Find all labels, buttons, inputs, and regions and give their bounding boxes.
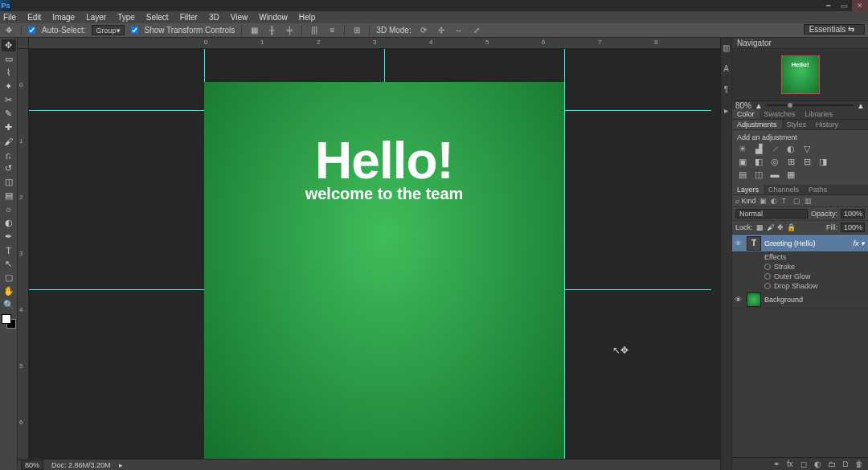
color-tab[interactable]: Color: [732, 109, 760, 119]
menu-filter[interactable]: Filter: [180, 13, 198, 22]
bw-icon[interactable]: ◧: [753, 156, 764, 167]
menu-select[interactable]: Select: [146, 13, 169, 22]
filter-pixel-icon[interactable]: ▣: [760, 197, 768, 205]
distribute-icon[interactable]: |||: [309, 25, 320, 36]
minimize-button[interactable]: ━: [820, 0, 836, 11]
libraries-tab[interactable]: Libraries: [800, 109, 838, 119]
ruler-horizontal[interactable]: 0 1 2 3 4 5 6 7 8: [29, 38, 720, 49]
layer-filter-kind[interactable]: ⌕ Kind: [735, 197, 756, 205]
swatches-tab[interactable]: Swatches: [760, 109, 800, 119]
foreground-color-swatch[interactable]: [2, 314, 11, 324]
delete-layer-icon[interactable]: 🗑: [855, 460, 865, 469]
channelmixer-icon[interactable]: ⊞: [785, 156, 796, 167]
effect-outer-glow[interactable]: Outer Glow: [732, 272, 868, 281]
type-tool[interactable]: T: [2, 244, 16, 256]
colorlookup-icon[interactable]: ⊟: [801, 156, 813, 167]
paths-tab[interactable]: Paths: [804, 185, 832, 194]
eyedropper-tool[interactable]: ✎: [2, 108, 16, 120]
navigator-panel[interactable]: Hello!: [732, 49, 868, 100]
shape-tool[interactable]: ▢: [2, 272, 16, 284]
hue-icon[interactable]: ▣: [737, 156, 748, 167]
filter-shape-icon[interactable]: ▢: [793, 197, 801, 205]
pen-tool[interactable]: ✒: [2, 231, 16, 243]
link-layers-icon[interactable]: ⚭: [773, 460, 783, 469]
histogram-icon[interactable]: ▥: [722, 43, 731, 52]
color-swatch[interactable]: [2, 314, 16, 329]
menu-3d[interactable]: 3D: [209, 13, 219, 22]
workspace-switcher[interactable]: Essentials ⇆: [804, 24, 865, 35]
align-icon[interactable]: ▦: [248, 25, 260, 36]
lock-trans-icon[interactable]: ▦: [756, 223, 764, 231]
ruler-vertical[interactable]: 0 1 2 3 4 5 6: [18, 49, 29, 459]
arrange-icon[interactable]: ⊞: [351, 25, 362, 36]
new-group-icon[interactable]: 🗀: [828, 460, 837, 469]
gradientmap-icon[interactable]: ▬: [769, 169, 780, 180]
blend-mode-dropdown[interactable]: Normal: [735, 209, 808, 219]
threshold-icon[interactable]: ◫: [753, 169, 764, 180]
new-adjustment-icon[interactable]: ◐: [814, 460, 824, 469]
path-tool[interactable]: ↖: [2, 258, 16, 270]
blur-tool[interactable]: ○: [2, 203, 16, 215]
menu-image[interactable]: Image: [52, 13, 75, 22]
visibility-toggle[interactable]: 👁: [732, 239, 743, 247]
actions-icon[interactable]: ▸: [722, 105, 731, 115]
curves-icon[interactable]: ⟋: [769, 143, 780, 154]
lock-all-icon[interactable]: 🔒: [787, 223, 796, 231]
levels-icon[interactable]: ▟: [753, 143, 764, 154]
heal-tool[interactable]: ✚: [2, 121, 16, 133]
crop-tool[interactable]: ✂: [2, 94, 16, 106]
filter-adjust-icon[interactable]: ◐: [771, 197, 779, 205]
zoom-out-icon[interactable]: ▲: [755, 101, 763, 110]
zoom-tool[interactable]: 🔍: [2, 299, 16, 311]
auto-select-checkbox[interactable]: [28, 27, 35, 34]
layer-name[interactable]: Background: [764, 296, 868, 304]
layer-name[interactable]: Greeting (Hello): [764, 239, 853, 247]
menu-type[interactable]: Type: [117, 13, 135, 22]
history-brush-tool[interactable]: ↺: [2, 162, 16, 174]
channels-tab[interactable]: Channels: [764, 185, 804, 194]
eraser-tool[interactable]: ◫: [2, 176, 16, 188]
menu-view[interactable]: View: [231, 13, 248, 22]
invert-icon[interactable]: ◨: [817, 156, 829, 167]
3d-slide-icon[interactable]: ↔: [453, 25, 465, 36]
navigator-thumbnail[interactable]: Hello!: [781, 55, 820, 94]
layer-style-icon[interactable]: fx: [787, 460, 796, 469]
distribute-icon-2[interactable]: ≡: [326, 25, 338, 36]
hand-tool[interactable]: ✋: [2, 285, 16, 297]
posterize-icon[interactable]: ▤: [737, 169, 748, 180]
navigator-panel-title[interactable]: Navigator: [732, 38, 868, 49]
layer-row-greeting[interactable]: 👁 T Greeting (Hello) fx ▾: [732, 235, 868, 252]
menu-help[interactable]: Help: [299, 13, 316, 22]
visibility-toggle[interactable]: 👁: [732, 296, 743, 304]
new-layer-icon[interactable]: 🗋: [841, 460, 851, 469]
status-zoom[interactable]: 80%: [21, 460, 43, 470]
effects-header[interactable]: Effects: [732, 252, 868, 262]
3d-orbit-icon[interactable]: ⟳: [418, 25, 429, 36]
menu-window[interactable]: Window: [259, 13, 288, 22]
effect-stroke[interactable]: Stroke: [732, 262, 868, 272]
maximize-button[interactable]: ▭: [836, 0, 852, 11]
character-icon[interactable]: A: [722, 63, 731, 73]
move-tool[interactable]: ✥: [2, 39, 16, 51]
lasso-tool[interactable]: ⌇: [2, 67, 16, 79]
3d-pan-icon[interactable]: ✢: [436, 25, 447, 36]
fx-badge[interactable]: fx ▾: [853, 239, 868, 247]
zoom-slider-track[interactable]: [766, 104, 854, 106]
lock-pos-icon[interactable]: ✥: [777, 223, 784, 231]
exposure-icon[interactable]: ◐: [785, 143, 796, 154]
auto-select-dropdown[interactable]: Group ▾: [92, 25, 124, 35]
brightness-icon[interactable]: ☀: [737, 143, 748, 154]
selectivecolor-icon[interactable]: ▦: [785, 169, 796, 180]
effect-drop-shadow[interactable]: Drop Shadow: [732, 281, 868, 291]
fill-input[interactable]: 100%: [841, 223, 865, 232]
photofilter-icon[interactable]: ◎: [769, 156, 780, 167]
zoom-in-icon[interactable]: ▲: [857, 101, 865, 110]
status-flyout-icon[interactable]: ▸: [119, 461, 123, 469]
3d-scale-icon[interactable]: ⤢: [471, 25, 482, 36]
ruler-origin[interactable]: [18, 38, 29, 49]
close-button[interactable]: ✕: [852, 0, 868, 11]
styles-tab[interactable]: Styles: [782, 120, 812, 129]
wand-tool[interactable]: ✦: [2, 80, 16, 92]
brush-tool[interactable]: 🖌: [2, 135, 16, 147]
vibrance-icon[interactable]: ▽: [801, 143, 813, 154]
